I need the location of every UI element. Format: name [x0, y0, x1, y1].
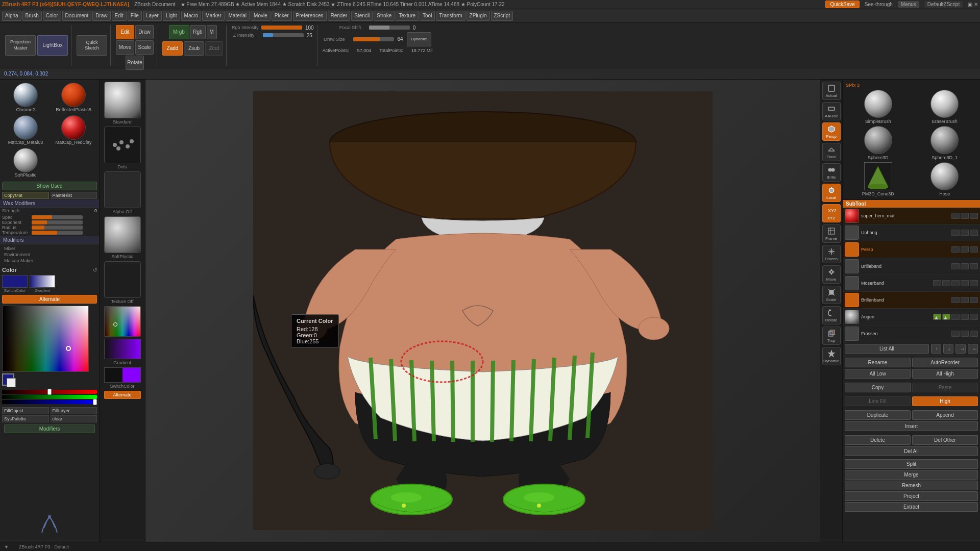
radius-slider[interactable] — [32, 226, 83, 230]
st-eye-5[interactable] — [951, 297, 960, 303]
frame-button[interactable]: Frame — [822, 224, 841, 243]
local-button[interactable]: Local — [822, 184, 841, 202]
menu-light[interactable]: Light — [163, 11, 180, 21]
focal-shift-track[interactable] — [369, 26, 410, 30]
gradient-preview[interactable] — [104, 339, 141, 359]
canvas-area[interactable]: Current Color Red:128 Green:0 Blue:255 — [145, 80, 820, 542]
st-eye-6[interactable] — [951, 314, 960, 320]
menu-layer[interactable]: Layer — [143, 11, 162, 21]
brush-hose[interactable]: Hose — [913, 162, 977, 196]
all-low-button[interactable]: All Low — [845, 369, 911, 379]
green-slider[interactable] — [2, 395, 97, 399]
duplicate-button[interactable]: Duplicate — [845, 410, 911, 420]
st-sel-4[interactable] — [961, 280, 969, 286]
st-sel-2[interactable] — [961, 246, 969, 253]
menu-transform[interactable]: Transform — [436, 11, 465, 21]
menu-stroke[interactable]: Stroke — [374, 11, 395, 21]
copy-mat-button[interactable]: CopyMat — [2, 192, 49, 199]
subtool-item-3[interactable]: Brilleband — [843, 258, 980, 275]
st-dn-6[interactable]: ▲ — [942, 314, 950, 320]
st-sel-0[interactable] — [961, 213, 969, 219]
copy-button[interactable]: Copy — [845, 383, 911, 392]
brush-sphere3d-1[interactable]: Sphere3D_1 — [913, 126, 977, 160]
texture-off[interactable]: Texture Off — [104, 261, 141, 304]
st-sel-1[interactable] — [961, 230, 969, 236]
m-button[interactable]: M — [207, 25, 217, 39]
paste-button[interactable]: Paste — [912, 383, 978, 392]
menu-material[interactable]: Material — [226, 11, 250, 21]
menu-document[interactable]: Document — [62, 11, 92, 21]
st-eye-4[interactable] — [951, 280, 960, 286]
subtool-item-2[interactable]: Persp — [843, 241, 980, 258]
st-m-4[interactable] — [942, 280, 950, 286]
st-eye-2[interactable] — [951, 246, 960, 253]
brush-simple[interactable]: SimpleBrush — [846, 90, 911, 124]
st-sel-6[interactable] — [961, 314, 969, 320]
rgb-intensity-track[interactable] — [261, 26, 302, 30]
fill-layer-button[interactable]: FillLayer — [51, 407, 97, 414]
menu-zplugin[interactable]: ZPlugin — [467, 11, 490, 21]
trsp-button[interactable]: Trsp — [822, 327, 841, 345]
extract-button[interactable]: Extract — [845, 502, 978, 512]
quicksave-button[interactable]: QuickSave — [825, 1, 859, 8]
aahalf-button[interactable]: AAHalf — [822, 102, 841, 120]
subtool-item-7[interactable]: Frossen — [843, 325, 980, 342]
dots-material[interactable]: Dots — [104, 127, 141, 169]
xyz-button[interactable]: XYZ XYZ — [822, 204, 841, 222]
remesh-button[interactable]: Remesh — [845, 481, 978, 490]
st-vis-3[interactable] — [970, 263, 978, 269]
lightbox-button[interactable]: LightBox — [37, 35, 68, 56]
modifiers-header[interactable]: Modifiers — [0, 236, 99, 244]
mat-reflected-plastic[interactable]: ReflectedPlastic8 — [50, 82, 97, 113]
st-eye-3[interactable] — [951, 263, 960, 269]
menu-alpha[interactable]: Alpha — [2, 11, 21, 21]
st-vis-6[interactable] — [970, 314, 978, 320]
subtool-item-0[interactable]: super_hero_mat — [843, 208, 980, 224]
menu-texture[interactable]: Texture — [396, 11, 419, 21]
menu-file[interactable]: File — [128, 11, 142, 21]
st-vis-0[interactable] — [970, 213, 978, 219]
st-sel-5[interactable] — [961, 297, 969, 303]
move-ri-button[interactable]: Move — [822, 265, 841, 284]
paste-mat-button[interactable]: PasteHist — [51, 192, 97, 199]
alternate-tex-button[interactable]: Alternate — [104, 391, 141, 399]
st-l-4[interactable] — [933, 280, 941, 286]
st-eye-1[interactable] — [951, 230, 960, 236]
append-button[interactable]: Append — [912, 410, 978, 420]
dynamic-ri-button[interactable]: Dynamic — [822, 347, 841, 365]
switch-color-swatch[interactable] — [2, 275, 28, 288]
subtool-item-5[interactable]: Brillenband — [843, 292, 980, 309]
mat-soft-plastic[interactable]: SoftPlastic — [2, 147, 49, 179]
menu-stencil[interactable]: Stencil — [351, 11, 373, 21]
st-sel-3[interactable] — [961, 263, 969, 269]
st-arrow-down[interactable]: ↓ — [943, 344, 953, 354]
gradient-swatch[interactable] — [30, 275, 55, 288]
rename-button[interactable]: Rename — [845, 358, 911, 367]
red-slider[interactable] — [2, 390, 97, 394]
menu-render[interactable]: Render — [328, 11, 351, 21]
quick-sketch-button[interactable]: Quick Sketch — [77, 35, 107, 56]
st-vis-7[interactable] — [970, 331, 978, 337]
st-arrow-up[interactable]: ↑ — [931, 344, 941, 354]
switch-color-preview[interactable] — [104, 367, 141, 383]
script-label[interactable]: DefaultZScript — [924, 1, 963, 8]
all-high-button[interactable]: All High — [912, 369, 978, 379]
brille-button[interactable]: Brille — [822, 163, 841, 182]
menu-color[interactable]: Color — [43, 11, 61, 21]
mrgb-button[interactable]: Mrgb — [169, 25, 189, 39]
floor-button[interactable]: Floor — [822, 143, 841, 161]
subtool-item-1[interactable]: Unhang — [843, 224, 980, 241]
merge-button[interactable]: Merge — [845, 470, 978, 480]
color-refresh-icon[interactable]: ↺ — [93, 267, 97, 273]
brush-cone[interactable]: PM3D_Cone3D — [846, 162, 911, 196]
rgb-button[interactable]: Rgb — [190, 25, 206, 39]
clear-button[interactable]: clear — [51, 415, 97, 422]
st-sel-7[interactable] — [961, 331, 969, 337]
small-color-picker[interactable] — [104, 306, 141, 337]
move-button[interactable]: Move — [116, 40, 134, 55]
model-viewport[interactable] — [145, 80, 820, 542]
menu-picker[interactable]: Picker — [272, 11, 292, 21]
menu-draw[interactable]: Draw — [92, 11, 110, 21]
rotate-button[interactable]: Rotate — [126, 56, 144, 70]
exponent-slider[interactable] — [32, 220, 83, 224]
